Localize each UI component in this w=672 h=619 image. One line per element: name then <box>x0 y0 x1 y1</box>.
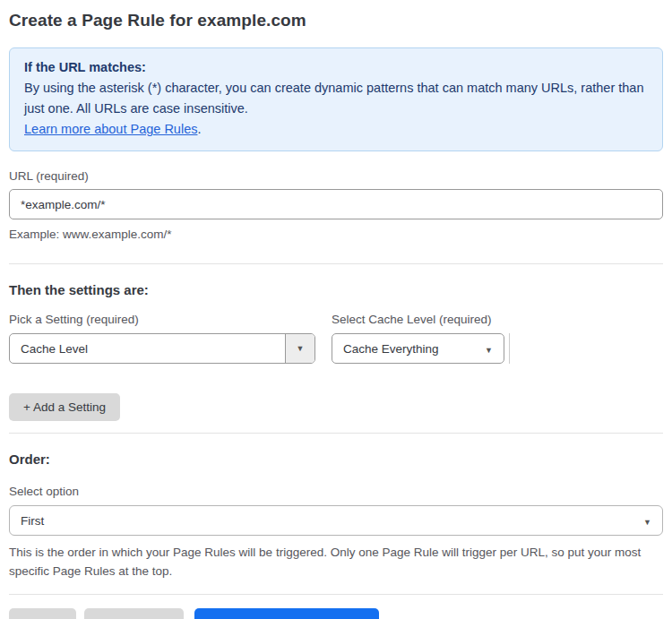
info-banner-link-line: Learn more about Page Rules. <box>24 119 648 140</box>
section-divider <box>9 594 663 595</box>
order-value: First <box>10 514 643 528</box>
order-help-text: This is the order in which your Page Rul… <box>9 543 663 580</box>
pick-setting-column: Pick a Setting (required) Cache Level ▼ <box>9 313 315 364</box>
cancel-button[interactable]: Cancel <box>9 608 76 619</box>
order-select-label: Select option <box>9 485 663 498</box>
create-page-rule-form: Create a Page Rule for example.com If th… <box>0 0 672 619</box>
url-example-text: Example: www.example.com/* <box>9 226 663 244</box>
cache-level-column: Select Cache Level (required) Cache Ever… <box>332 313 510 364</box>
section-divider <box>9 263 663 264</box>
link-suffix: . <box>197 122 201 136</box>
url-matches-info-banner: If the URL matches: By using the asteris… <box>9 47 663 151</box>
form-actions: Cancel Save as Draft Save and Deploy Pag… <box>9 608 663 619</box>
pick-setting-value: Cache Level <box>10 342 285 356</box>
chevron-down-icon: ▼ <box>285 334 314 363</box>
pick-setting-dropdown[interactable]: Cache Level ▼ <box>9 333 315 364</box>
save-and-deploy-button[interactable]: Save and Deploy Page Rule <box>194 608 379 619</box>
info-banner-heading: If the URL matches: <box>24 57 648 78</box>
chevron-down-icon: ▼ <box>485 342 504 356</box>
settings-section-heading: Then the settings are: <box>9 282 663 297</box>
cache-level-value: Cache Everything <box>332 342 485 356</box>
pick-setting-label: Pick a Setting (required) <box>9 313 315 326</box>
chevron-down-icon: ▼ <box>643 514 662 528</box>
url-field-label: URL (required) <box>9 169 663 183</box>
save-as-draft-button[interactable]: Save as Draft <box>84 608 184 619</box>
learn-more-link[interactable]: Learn more about Page Rules <box>24 122 197 136</box>
setting-vertical-divider <box>509 333 510 364</box>
url-input[interactable] <box>9 189 663 219</box>
page-title: Create a Page Rule for example.com <box>9 11 663 30</box>
cache-level-label: Select Cache Level (required) <box>332 313 510 326</box>
info-banner-body: By using the asterisk (*) character, you… <box>24 78 648 119</box>
cache-level-dropdown[interactable]: Cache Everything ▼ <box>332 333 504 364</box>
order-section-heading: Order: <box>9 451 663 467</box>
settings-row: Pick a Setting (required) Cache Level ▼ … <box>9 313 663 364</box>
cache-level-control-group: Cache Everything ▼ <box>332 326 510 364</box>
order-dropdown[interactable]: First ▼ <box>9 505 663 536</box>
section-divider <box>9 433 663 434</box>
add-setting-button[interactable]: + Add a Setting <box>9 393 120 421</box>
